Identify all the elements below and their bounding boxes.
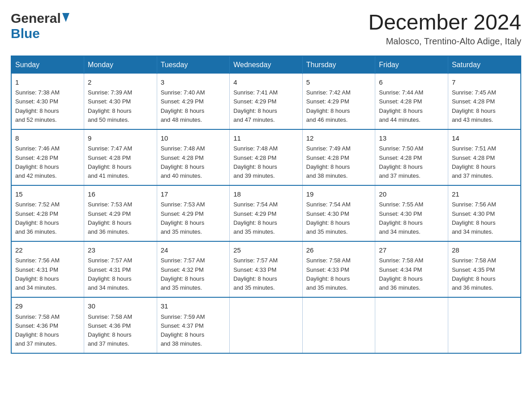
calendar-cell: 12Sunrise: 7:49 AMSunset: 4:28 PMDayligh… xyxy=(302,129,375,185)
day-info: Sunrise: 7:38 AMSunset: 4:30 PMDaylight:… xyxy=(15,89,60,123)
day-number: 17 xyxy=(161,189,226,200)
week-row-5: 29Sunrise: 7:58 AMSunset: 4:36 PMDayligh… xyxy=(11,297,521,353)
calendar-cell: 29Sunrise: 7:58 AMSunset: 4:36 PMDayligh… xyxy=(11,297,84,353)
calendar-cell: 1Sunrise: 7:38 AMSunset: 4:30 PMDaylight… xyxy=(11,73,84,129)
day-number: 10 xyxy=(161,133,226,144)
month-year-title: December 2024 xyxy=(368,11,521,34)
header-tuesday: Tuesday xyxy=(157,56,230,74)
calendar-cell: 9Sunrise: 7:47 AMSunset: 4:28 PMDaylight… xyxy=(84,129,157,185)
week-row-1: 1Sunrise: 7:38 AMSunset: 4:30 PMDaylight… xyxy=(11,73,521,129)
calendar-cell: 13Sunrise: 7:50 AMSunset: 4:28 PMDayligh… xyxy=(375,129,448,185)
day-info: Sunrise: 7:45 AMSunset: 4:28 PMDaylight:… xyxy=(452,89,496,123)
day-number: 3 xyxy=(161,77,226,88)
day-number: 2 xyxy=(88,77,153,88)
day-number: 21 xyxy=(452,189,517,200)
header-thursday: Thursday xyxy=(302,56,375,74)
day-number: 25 xyxy=(233,245,299,256)
day-info: Sunrise: 7:57 AMSunset: 4:31 PMDaylight:… xyxy=(88,257,132,291)
day-info: Sunrise: 7:48 AMSunset: 4:28 PMDaylight:… xyxy=(161,145,205,179)
location-subtitle: Malosco, Trentino-Alto Adige, Italy xyxy=(368,36,521,47)
day-info: Sunrise: 7:49 AMSunset: 4:28 PMDaylight:… xyxy=(306,145,351,179)
calendar-cell: 19Sunrise: 7:54 AMSunset: 4:30 PMDayligh… xyxy=(302,185,375,241)
header-monday: Monday xyxy=(84,56,157,74)
week-row-2: 8Sunrise: 7:46 AMSunset: 4:28 PMDaylight… xyxy=(11,129,521,185)
calendar-cell: 26Sunrise: 7:58 AMSunset: 4:33 PMDayligh… xyxy=(302,241,375,297)
day-number: 9 xyxy=(88,133,153,144)
title-area: December 2024 Malosco, Trentino-Alto Adi… xyxy=(368,11,521,47)
day-number: 29 xyxy=(15,301,80,312)
calendar-cell: 8Sunrise: 7:46 AMSunset: 4:28 PMDaylight… xyxy=(11,129,84,185)
day-number: 28 xyxy=(452,245,517,256)
day-info: Sunrise: 7:58 AMSunset: 4:35 PMDaylight:… xyxy=(452,257,496,291)
logo-arrow-icon xyxy=(62,13,69,24)
calendar-body: 1Sunrise: 7:38 AMSunset: 4:30 PMDaylight… xyxy=(11,73,521,353)
day-info: Sunrise: 7:48 AMSunset: 4:28 PMDaylight:… xyxy=(233,145,278,179)
day-info: Sunrise: 7:58 AMSunset: 4:36 PMDaylight:… xyxy=(15,313,60,347)
logo: General Blue xyxy=(11,11,69,41)
calendar-cell: 20Sunrise: 7:55 AMSunset: 4:30 PMDayligh… xyxy=(375,185,448,241)
day-info: Sunrise: 7:51 AMSunset: 4:28 PMDaylight:… xyxy=(452,145,496,179)
day-info: Sunrise: 7:59 AMSunset: 4:37 PMDaylight:… xyxy=(161,313,205,347)
day-number: 18 xyxy=(233,189,299,200)
day-number: 26 xyxy=(306,245,372,256)
calendar-cell: 17Sunrise: 7:53 AMSunset: 4:29 PMDayligh… xyxy=(157,185,230,241)
day-info: Sunrise: 7:53 AMSunset: 4:29 PMDaylight:… xyxy=(88,201,132,235)
day-number: 19 xyxy=(306,189,372,200)
calendar-cell: 24Sunrise: 7:57 AMSunset: 4:32 PMDayligh… xyxy=(157,241,230,297)
day-number: 8 xyxy=(15,133,80,144)
day-number: 12 xyxy=(306,133,372,144)
calendar-cell xyxy=(230,297,303,353)
day-info: Sunrise: 7:42 AMSunset: 4:29 PMDaylight:… xyxy=(306,89,351,123)
day-number: 22 xyxy=(15,245,80,256)
day-info: Sunrise: 7:58 AMSunset: 4:36 PMDaylight:… xyxy=(88,313,132,347)
calendar-header: SundayMondayTuesdayWednesdayThursdayFrid… xyxy=(11,56,521,74)
day-info: Sunrise: 7:46 AMSunset: 4:28 PMDaylight:… xyxy=(15,145,60,179)
day-number: 24 xyxy=(161,245,226,256)
header-friday: Friday xyxy=(375,56,448,74)
day-number: 30 xyxy=(88,301,153,312)
day-number: 15 xyxy=(15,189,80,200)
calendar-cell: 18Sunrise: 7:54 AMSunset: 4:29 PMDayligh… xyxy=(230,185,303,241)
header-saturday: Saturday xyxy=(448,56,521,74)
day-number: 20 xyxy=(379,189,444,200)
calendar-table: SundayMondayTuesdayWednesdayThursdayFrid… xyxy=(11,56,521,354)
calendar-cell: 5Sunrise: 7:42 AMSunset: 4:29 PMDaylight… xyxy=(302,73,375,129)
week-row-3: 15Sunrise: 7:52 AMSunset: 4:28 PMDayligh… xyxy=(11,185,521,241)
day-info: Sunrise: 7:56 AMSunset: 4:30 PMDaylight:… xyxy=(452,201,496,235)
day-info: Sunrise: 7:58 AMSunset: 4:33 PMDaylight:… xyxy=(306,257,351,291)
calendar-cell: 25Sunrise: 7:57 AMSunset: 4:33 PMDayligh… xyxy=(230,241,303,297)
day-number: 1 xyxy=(15,77,80,88)
calendar-cell: 6Sunrise: 7:44 AMSunset: 4:28 PMDaylight… xyxy=(375,73,448,129)
day-info: Sunrise: 7:47 AMSunset: 4:28 PMDaylight:… xyxy=(88,145,132,179)
day-info: Sunrise: 7:54 AMSunset: 4:29 PMDaylight:… xyxy=(233,201,278,235)
calendar-cell xyxy=(448,297,521,353)
calendar-cell: 2Sunrise: 7:39 AMSunset: 4:30 PMDaylight… xyxy=(84,73,157,129)
header-wednesday: Wednesday xyxy=(230,56,303,74)
day-number: 16 xyxy=(88,189,153,200)
day-info: Sunrise: 7:57 AMSunset: 4:33 PMDaylight:… xyxy=(233,257,278,291)
calendar-cell: 21Sunrise: 7:56 AMSunset: 4:30 PMDayligh… xyxy=(448,185,521,241)
day-info: Sunrise: 7:52 AMSunset: 4:28 PMDaylight:… xyxy=(15,201,60,235)
calendar-cell: 31Sunrise: 7:59 AMSunset: 4:37 PMDayligh… xyxy=(157,297,230,353)
day-number: 4 xyxy=(233,77,299,88)
calendar-cell: 4Sunrise: 7:41 AMSunset: 4:29 PMDaylight… xyxy=(230,73,303,129)
day-info: Sunrise: 7:44 AMSunset: 4:28 PMDaylight:… xyxy=(379,89,423,123)
day-number: 27 xyxy=(379,245,444,256)
calendar-cell: 28Sunrise: 7:58 AMSunset: 4:35 PMDayligh… xyxy=(448,241,521,297)
day-info: Sunrise: 7:40 AMSunset: 4:29 PMDaylight:… xyxy=(161,89,205,123)
calendar-cell: 23Sunrise: 7:57 AMSunset: 4:31 PMDayligh… xyxy=(84,241,157,297)
calendar-cell xyxy=(302,297,375,353)
calendar-cell: 11Sunrise: 7:48 AMSunset: 4:28 PMDayligh… xyxy=(230,129,303,185)
calendar-cell: 16Sunrise: 7:53 AMSunset: 4:29 PMDayligh… xyxy=(84,185,157,241)
day-info: Sunrise: 7:57 AMSunset: 4:32 PMDaylight:… xyxy=(161,257,205,291)
header: General Blue December 2024 Malosco, Tren… xyxy=(11,11,521,47)
day-number: 6 xyxy=(379,77,444,88)
svg-marker-0 xyxy=(62,13,69,22)
logo-blue: Blue xyxy=(11,26,40,41)
calendar-cell: 7Sunrise: 7:45 AMSunset: 4:28 PMDaylight… xyxy=(448,73,521,129)
week-row-4: 22Sunrise: 7:56 AMSunset: 4:31 PMDayligh… xyxy=(11,241,521,297)
day-info: Sunrise: 7:56 AMSunset: 4:31 PMDaylight:… xyxy=(15,257,60,291)
day-number: 23 xyxy=(88,245,153,256)
logo-general: General xyxy=(11,11,61,26)
calendar-cell xyxy=(375,297,448,353)
